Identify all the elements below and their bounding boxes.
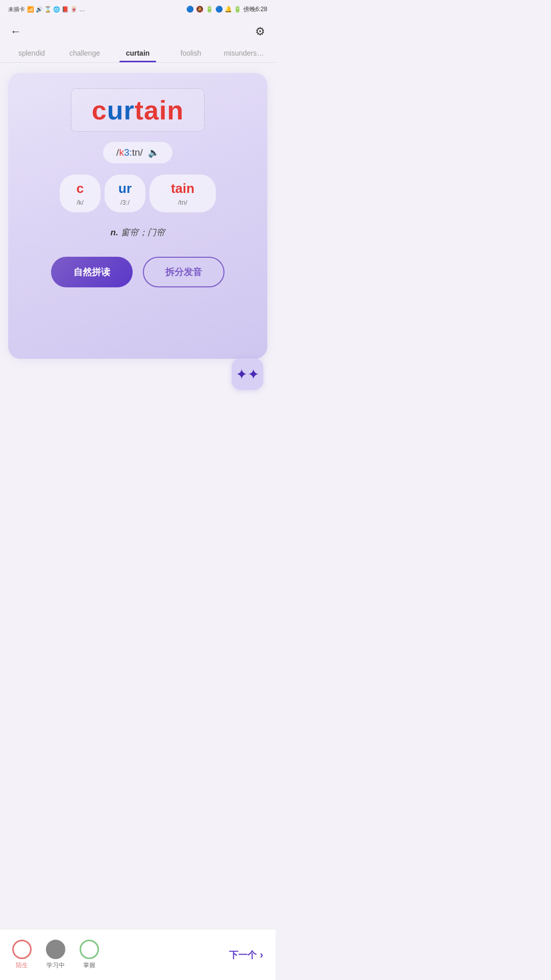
bluetooth-icon: 🔵: [186, 6, 194, 13]
syllable-ur: ur /3:/: [105, 175, 145, 212]
tab-underline: [119, 61, 156, 62]
status-carrier: 未插卡: [8, 6, 25, 13]
syl-letter-c: c: [77, 181, 84, 197]
word-part-tain: tain: [135, 95, 184, 125]
status-right: 🔵 🔕 🔋 🔵 🔔 🔋 傍晚6:28: [186, 5, 267, 14]
tab-misunderstand[interactable]: misunders…: [217, 45, 270, 62]
word-definition: n. 窗帘；门帘: [110, 227, 165, 238]
syl-phonetic-tain: /tn/: [178, 199, 187, 206]
word-part-ur: ur: [107, 95, 135, 125]
main-card: curtain /k3:tn/ 🔈 c /k/ ur /3:/ tain /tn…: [8, 73, 267, 359]
phonetic-box: /k3:tn/ 🔈: [103, 142, 172, 163]
syl-phonetic-ur: /3:/: [120, 199, 130, 206]
back-button[interactable]: ←: [10, 25, 21, 38]
status-icons-left: 📶 🔊 ⌛ 🌐 📕 🀄 …: [27, 6, 85, 13]
settings-button[interactable]: ⚙: [255, 25, 265, 38]
battery-icon: 🔋: [206, 6, 213, 13]
tab-foolish[interactable]: foolish: [164, 45, 217, 62]
time: 🔵 🔔 🔋 傍晚6:28: [215, 5, 267, 14]
sparkle-fab[interactable]: ✦✦: [232, 358, 263, 390]
definition-text: 窗帘；门帘: [121, 228, 165, 237]
status-left: 未插卡 📶 🔊 ⌛ 🌐 📕 🀄 …: [8, 6, 85, 13]
word-box: curtain: [71, 88, 205, 132]
speaker-icon[interactable]: 🔈: [148, 147, 159, 158]
natural-reading-button[interactable]: 自然拼读: [51, 257, 133, 287]
notification-icon: 🔕: [196, 6, 204, 13]
tabs-container: splendid challenge curtain foolish misun…: [0, 45, 276, 63]
status-bar: 未插卡 📶 🔊 ⌛ 🌐 📕 🀄 … 🔵 🔕 🔋 🔵 🔔 🔋 傍晚6:28: [0, 0, 276, 18]
word-display: curtain: [92, 96, 184, 125]
syl-phonetic-c: /k/: [77, 199, 84, 206]
syllable-tain: tain /tn/: [149, 175, 216, 212]
word-part-c: c: [92, 95, 107, 125]
syl-letter-tain: tain: [171, 181, 194, 197]
tab-curtain[interactable]: curtain: [111, 45, 164, 62]
tab-challenge[interactable]: challenge: [58, 45, 111, 62]
action-buttons: 自然拼读 拆分发音: [20, 257, 255, 287]
part-of-speech: n.: [110, 228, 118, 237]
sparkle-icon: ✦✦: [236, 366, 259, 383]
syllable-row: c /k/ ur /3:/ tain /tn/: [60, 175, 216, 212]
phonetic-text: /k3:tn/: [116, 147, 143, 158]
split-pronunciation-button[interactable]: 拆分发音: [143, 257, 224, 287]
syllable-c: c /k/: [60, 175, 101, 212]
top-nav: ← ⚙: [0, 18, 276, 45]
syl-letter-ur: ur: [118, 181, 132, 197]
tab-splendid[interactable]: splendid: [5, 45, 58, 62]
